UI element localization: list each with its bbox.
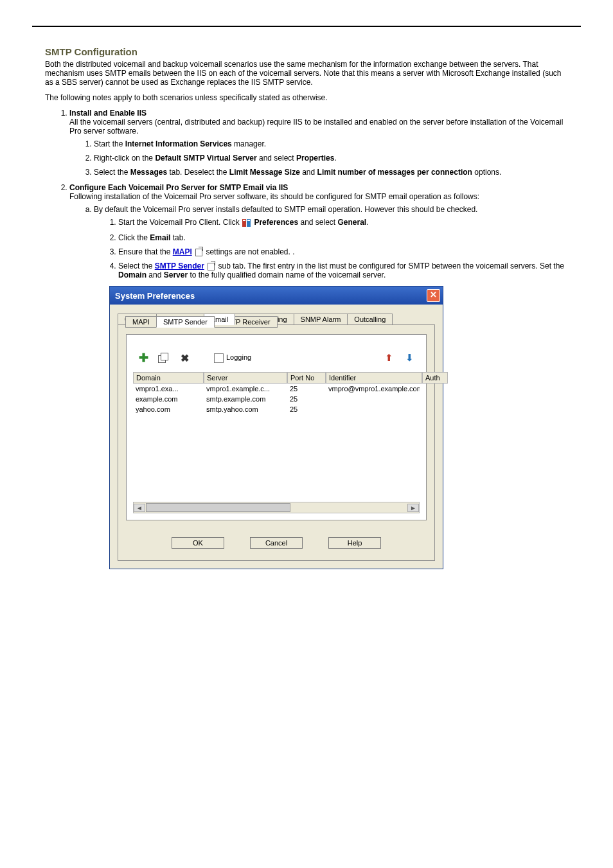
scroll-left-icon[interactable]: ◄ [134,504,145,512]
mapi-link[interactable]: MAPI [173,247,192,256]
step-2a-2: Click the Email tab. [118,233,568,242]
dialog-title: System Preferences [115,291,195,301]
smtp-sender-link[interactable]: SMTP Sender [155,261,204,270]
step-2-body: Following installation of the Voicemail … [69,192,479,201]
step-1-title: Install and Enable IIS [69,109,147,118]
step-2: Configure Each Voicemail Pro Server for … [69,183,568,279]
smtp-toolbar: ✚ ✖ Logging ⬆ ⬇ [133,346,420,372]
page-title: SMTP Configuration [45,46,568,57]
col-auth[interactable]: Auth [422,372,448,384]
col-server[interactable]: Server [204,372,287,384]
step-1-sublist: Start the Internet Information Services … [69,139,568,177]
svg-rect-2 [243,220,245,221]
main-steps-list: Install and Enable IIS All the voicemail… [45,109,568,279]
grid-header: Domain Server Port No Identifier Auth [133,372,420,384]
table-row[interactable]: yahoo.com smtp.yahoo.com 25 None [133,404,420,414]
step-2-title: Configure Each Voicemail Pro Server for … [69,183,288,192]
tab-mapi[interactable]: MAPI [125,316,157,328]
step-2a-4: Select the SMTP Sender sub tab. The firs… [118,261,568,279]
smtp-grid: Domain Server Port No Identifier Auth vm… [133,372,420,513]
close-button[interactable]: ✕ [427,289,440,302]
col-port[interactable]: Port No [287,372,326,384]
step-1: Install and Enable IIS All the voicemail… [69,109,568,177]
new-window-icon [208,263,215,270]
logging-checkbox[interactable]: Logging [214,353,251,363]
step-2a-sublist: Start the Voicemail Pro Client. Click Pr… [94,218,568,279]
step-2a: By default the Voicemail Pro server inst… [94,205,568,279]
table-row[interactable]: example.com smtp.example.com 25 None [133,394,420,404]
step-1-2: Right-click on the Default SMTP Virtual … [94,154,568,163]
intro-para-2: The following notes apply to both scenar… [45,93,568,102]
intro-para-1: Both the distributed voicemail and backu… [45,60,568,87]
step-1-body: All the voicemail servers (central, dist… [69,118,563,136]
step-1-3: Select the Messages tab. Deselect the Li… [94,168,568,177]
new-window-icon [195,249,202,256]
dialog-buttons: OK Cancel Help [126,537,427,549]
ok-button[interactable]: OK [172,537,224,549]
step-2a-1: Start the Voicemail Pro Client. Click Pr… [118,218,568,228]
col-identifier[interactable]: Identifier [326,372,422,384]
table-row[interactable]: vmpro1.exa... vmpro1.example.c... 25 vmp… [133,384,420,394]
step-1-1: Start the Internet Information Services … [94,139,568,148]
col-domain[interactable]: Domain [133,372,204,384]
svg-rect-3 [247,220,250,221]
move-down-icon[interactable]: ⬇ [403,351,416,364]
system-preferences-dialog: System Preferences ✕ General Directories… [109,286,443,569]
tab-snmp-alarm[interactable]: SNMP Alarm [294,314,348,325]
horizontal-scrollbar[interactable]: ◄ ► [133,502,420,513]
step-2-sublist: By default the Voicemail Pro server inst… [69,205,568,279]
step-2a-3: Ensure that the MAPI settings are not en… [118,247,568,256]
preferences-icon [242,218,252,228]
help-button[interactable]: Help [328,537,381,549]
tab-smtp-sender[interactable]: SMTP Sender [156,316,215,328]
cancel-button[interactable]: Cancel [250,537,303,549]
add-icon[interactable]: ✚ [137,351,150,364]
move-up-icon[interactable]: ⬆ [382,351,395,364]
copy-icon[interactable] [157,351,170,364]
tab-outcalling[interactable]: Outcalling [347,314,393,325]
delete-icon[interactable]: ✖ [178,351,191,364]
dialog-titlebar[interactable]: System Preferences ✕ [110,287,443,305]
scroll-right-icon[interactable]: ► [407,504,419,512]
